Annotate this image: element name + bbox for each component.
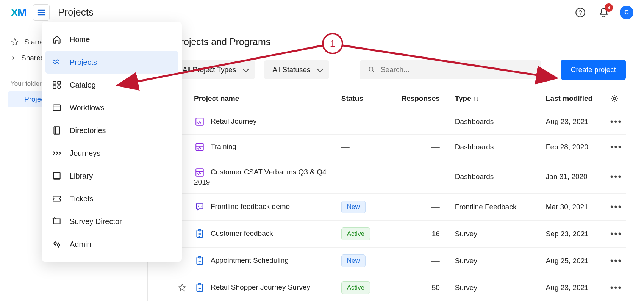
menu-icon [37, 8, 46, 17]
status-badge: Active [341, 281, 370, 294]
table-row[interactable]: Appointment SchedulingNew—SurveyAug 25, … [174, 248, 626, 274]
nav-item-directories[interactable]: Directories [42, 119, 182, 142]
nav-label: Directories [70, 126, 106, 135]
search-box[interactable] [360, 60, 541, 79]
nav-label: Tickets [70, 194, 94, 203]
project-name-text: Retail Shopper Journey Survey [211, 283, 310, 291]
main-heading: Projects and Programs [174, 36, 626, 47]
cell-type: Survey [444, 274, 542, 301]
chevron-right-icon [11, 55, 16, 61]
star-icon [11, 38, 19, 46]
cell-type: Survey [444, 221, 542, 248]
row-actions-button[interactable]: ••• [606, 274, 626, 301]
nav-item-admin[interactable]: Admin [42, 233, 182, 256]
nav-item-projects[interactable]: Projects [45, 51, 178, 74]
cell-type: Dashboards [444, 135, 542, 160]
nav-label: Workflows [70, 103, 105, 112]
notifications-button[interactable]: 3 [596, 5, 611, 20]
workflows-icon [52, 102, 62, 113]
col-project-name[interactable]: Project name [190, 88, 338, 109]
project-name-text: Training [211, 143, 236, 150]
cell-status: Active [338, 274, 394, 301]
project-name-text: Customer CSAT Verbatims Q3 & Q4 2019 [194, 168, 327, 186]
projects-table: Project name Status Responses Type↑↓ Las… [174, 88, 626, 301]
table-row[interactable]: Training——DashboardsFeb 28, 2020••• [174, 135, 626, 160]
logo[interactable]: XM [11, 6, 26, 19]
sort-icon: ↑↓ [473, 96, 479, 102]
cell-last-modified: Aug 25, 2021 [542, 248, 606, 274]
table-row[interactable]: Customer feedbackActive16SurveySep 23, 2… [174, 221, 626, 248]
star-cell[interactable] [174, 274, 190, 301]
project-type-icon [194, 167, 205, 178]
help-button[interactable] [573, 5, 588, 20]
nav-item-tickets[interactable]: Tickets [42, 187, 182, 210]
col-last-modified[interactable]: Last modified [542, 88, 606, 109]
star-icon [178, 284, 186, 292]
cell-responses: — [394, 248, 444, 274]
create-project-button[interactable]: Create project [561, 60, 626, 80]
col-responses[interactable]: Responses [394, 88, 444, 109]
nav-item-catalog[interactable]: Catalog [42, 74, 182, 96]
nav-label: Journeys [70, 149, 100, 158]
cell-responses: 16 [394, 221, 444, 248]
cell-type: Dashboards [444, 109, 542, 135]
search-input[interactable] [381, 66, 533, 74]
table-row[interactable]: Retail Journey——DashboardsAug 23, 2021••… [174, 109, 626, 135]
cell-status: — [338, 135, 394, 160]
directories-icon [52, 125, 62, 136]
nav-item-library[interactable]: Library [42, 165, 182, 187]
row-actions-button[interactable]: ••• [606, 135, 626, 160]
cell-project-name[interactable]: Customer feedback [190, 221, 338, 248]
admin-icon [52, 239, 62, 249]
row-actions-button[interactable]: ••• [606, 221, 626, 248]
help-icon [575, 7, 586, 18]
app-header: XM Projects 3 C [0, 0, 644, 25]
cell-responses: — [394, 160, 444, 194]
nav-label: Survey Director [70, 217, 122, 226]
cell-project-name[interactable]: Retail Journey [190, 109, 338, 135]
cell-responses: — [394, 135, 444, 160]
row-actions-button[interactable]: ••• [606, 109, 626, 135]
col-type[interactable]: Type↑↓ [444, 88, 542, 109]
cell-responses: — [394, 109, 444, 135]
project-type-icon [194, 282, 205, 293]
nav-label: Projects [70, 58, 97, 67]
page-title: Projects [58, 6, 94, 18]
project-type-icon [194, 141, 205, 153]
cell-status: New [338, 248, 394, 274]
nav-label: Library [70, 172, 93, 180]
main-content: Projects and Programs All Project Types … [148, 25, 644, 301]
cell-type: Dashboards [444, 160, 542, 194]
col-status[interactable]: Status [338, 88, 394, 109]
cell-project-name[interactable]: Appointment Scheduling [190, 248, 338, 274]
table-row[interactable]: Retail Shopper Journey SurveyActive50Sur… [174, 274, 626, 301]
cell-status: — [338, 109, 394, 135]
project-name-text: Frontline feedback demo [211, 202, 290, 210]
gear-icon [610, 94, 619, 103]
cell-last-modified: Aug 23, 2021 [542, 274, 606, 301]
cell-project-name[interactable]: Frontline feedback demo [190, 194, 338, 221]
status-badge: Active [341, 227, 370, 240]
row-actions-button[interactable]: ••• [606, 248, 626, 274]
nav-item-workflows[interactable]: Workflows [42, 96, 182, 119]
table-row[interactable]: Frontline feedback demoNew—Frontline Fee… [174, 194, 626, 221]
table-row[interactable]: Customer CSAT Verbatims Q3 & Q4 2019——Da… [174, 160, 626, 194]
nav-item-journeys[interactable]: Journeys [42, 142, 182, 165]
cell-status: — [338, 160, 394, 194]
cell-project-name[interactable]: Retail Shopper Journey Survey [190, 274, 338, 301]
filter-statuses[interactable]: All Statuses [264, 60, 329, 79]
user-avatar[interactable]: C [620, 6, 633, 19]
nav-item-home[interactable]: Home [42, 28, 182, 51]
project-type-icon [194, 228, 205, 240]
main-menu-button[interactable] [33, 4, 50, 21]
nav-item-survey-director[interactable]: Survey Director [42, 210, 182, 233]
notification-badge: 3 [605, 3, 613, 12]
col-settings[interactable] [606, 88, 626, 109]
cell-project-name[interactable]: Training [190, 135, 338, 160]
filter-project-types[interactable]: All Project Types [174, 60, 255, 79]
row-actions-button[interactable]: ••• [606, 194, 626, 221]
row-actions-button[interactable]: ••• [606, 160, 626, 194]
projects-icon [52, 57, 62, 67]
catalog-icon [52, 80, 62, 90]
cell-project-name[interactable]: Customer CSAT Verbatims Q3 & Q4 2019 [190, 160, 338, 194]
